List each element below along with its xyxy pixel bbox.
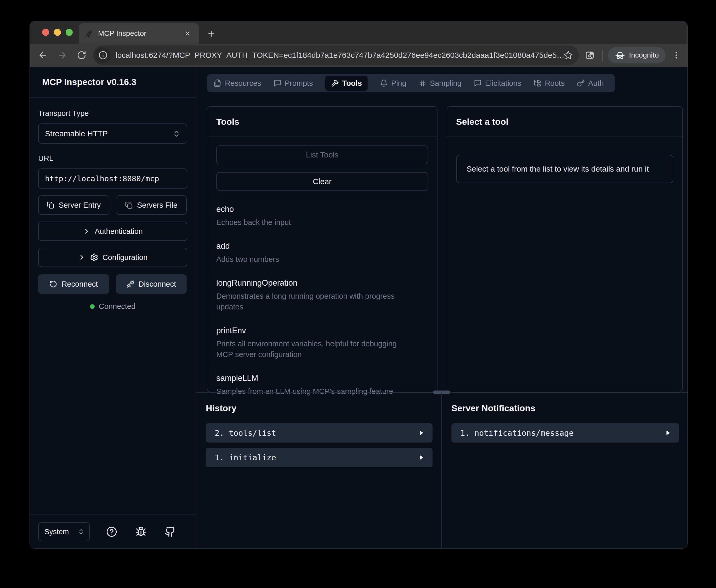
tool-details-title: Select a tool — [447, 107, 682, 137]
disconnect-label: Disconnect — [138, 280, 176, 289]
sidebar: MCP Inspector v0.16.3 Transport Type Str… — [30, 67, 196, 549]
tab-strip: MCP Inspector — [30, 21, 688, 44]
bottom-panes: History 2. tools/list 1. initialize — [196, 393, 688, 549]
tool-name: printEnv — [216, 326, 428, 335]
url-label: URL — [38, 154, 187, 163]
tool-details-empty-message: Select a tool from the list to view its … — [456, 155, 673, 183]
status-dot — [90, 304, 95, 309]
forward-icon[interactable] — [55, 48, 69, 63]
bug-icon[interactable] — [134, 524, 148, 539]
transport-type-select[interactable]: Streamable HTTP — [38, 123, 187, 144]
tab-label: Resources — [225, 79, 261, 88]
tab-label: Tools — [342, 79, 362, 88]
expand-play-icon — [418, 454, 425, 461]
tab-title: MCP Inspector — [98, 29, 182, 38]
history-title: History — [196, 393, 441, 413]
notification-item-message[interactable]: 1. notifications/message — [451, 423, 679, 443]
maximize-window-button[interactable] — [66, 29, 73, 36]
expand-play-icon — [418, 429, 425, 436]
tab-tools[interactable]: Tools — [325, 76, 368, 91]
incognito-label: Incognito — [629, 51, 659, 59]
browser-menu-icon[interactable] — [670, 51, 683, 60]
tab-ping[interactable]: Ping — [380, 79, 406, 88]
tool-list-item-add[interactable]: add Adds two numbers — [216, 241, 428, 265]
server-url-input[interactable]: http://localhost:8080/mcp — [38, 168, 187, 189]
tool-description: Echoes back the input — [216, 217, 415, 228]
help-icon[interactable] — [104, 524, 119, 539]
restart-icon — [49, 280, 57, 288]
tab-label: Ping — [391, 79, 406, 88]
bookmark-star-icon[interactable] — [564, 50, 573, 60]
app-title: MCP Inspector v0.16.3 — [30, 67, 196, 98]
toolbar-separator — [602, 50, 603, 61]
tool-list-item-printenv[interactable]: printEnv Prints all environment variable… — [216, 326, 428, 360]
copy-icon — [125, 201, 133, 209]
servers-file-label: Servers File — [137, 201, 178, 210]
configuration-label: Configuration — [103, 253, 148, 262]
notification-item-text: 1. notifications/message — [460, 428, 665, 438]
back-icon[interactable] — [36, 48, 50, 63]
history-item-text: 2. tools/list — [215, 428, 418, 438]
theme-value: System — [44, 528, 69, 536]
copy-icon — [46, 201, 55, 209]
chevrons-up-down-icon — [173, 130, 180, 138]
tab-label: Elicitations — [485, 79, 521, 88]
key-icon — [577, 79, 585, 87]
tool-description: Prints all environment variables, helpfu… — [216, 338, 415, 360]
tab-close-icon[interactable] — [182, 28, 193, 39]
tab-sampling[interactable]: Sampling — [419, 79, 461, 88]
files-icon — [214, 79, 221, 87]
authentication-expander[interactable]: Authentication — [38, 222, 187, 241]
history-item-tools-list[interactable]: 2. tools/list — [206, 423, 433, 443]
chevrons-up-down-icon — [78, 528, 85, 535]
mcp-logo-favicon — [85, 29, 93, 38]
reload-icon[interactable] — [74, 48, 89, 63]
disconnect-button[interactable]: Disconnect — [116, 274, 187, 294]
chevron-right-icon — [83, 227, 90, 235]
url-text: localhost:6274/?MCP_PROXY_AUTH_TOKEN=ec1… — [115, 51, 564, 60]
hash-icon — [419, 79, 427, 87]
app-content: MCP Inspector v0.16.3 Transport Type Str… — [30, 67, 688, 549]
search-tabs-icon[interactable] — [582, 48, 597, 63]
tool-name: echo — [216, 205, 428, 214]
message-square-icon — [474, 79, 482, 87]
tab-auth[interactable]: Auth — [577, 79, 604, 88]
tool-name: sampleLLM — [216, 374, 428, 383]
tab-elicitations[interactable]: Elicitations — [474, 79, 521, 88]
tab-roots[interactable]: Roots — [534, 79, 565, 88]
tool-list-item-echo[interactable]: echo Echoes back the input — [216, 205, 428, 228]
tool-name: add — [216, 241, 428, 251]
github-icon[interactable] — [163, 524, 178, 539]
site-info-icon[interactable] — [95, 47, 111, 63]
tool-list-item-longrunningoperation[interactable]: longRunningOperation Demonstrates a long… — [216, 278, 428, 312]
tool-details-panel: Select a tool Select a tool from the lis… — [447, 106, 683, 392]
clear-button[interactable]: Clear — [216, 172, 428, 191]
tab-label: Auth — [588, 79, 604, 88]
unplug-icon — [127, 280, 134, 288]
address-bar[interactable]: localhost:6274/?MCP_PROXY_AUTH_TOKEN=ec1… — [93, 45, 579, 65]
folder-tree-icon — [534, 79, 541, 87]
reconnect-button[interactable]: Reconnect — [38, 274, 109, 294]
list-tools-button[interactable]: List Tools — [216, 145, 428, 164]
history-item-initialize[interactable]: 1. initialize — [206, 448, 433, 467]
tool-name: longRunningOperation — [216, 278, 428, 288]
close-window-button[interactable] — [42, 29, 49, 36]
expand-play-icon — [665, 429, 671, 436]
history-panel: History 2. tools/list 1. initialize — [196, 393, 442, 549]
bell-icon — [380, 79, 388, 87]
browser-tab[interactable]: MCP Inspector — [79, 23, 199, 44]
server-entry-label: Server Entry — [59, 201, 101, 210]
theme-select[interactable]: System — [38, 522, 90, 541]
configuration-expander[interactable]: Configuration — [38, 248, 187, 267]
tab-resources[interactable]: Resources — [214, 79, 261, 88]
server-entry-button[interactable]: Server Entry — [38, 195, 109, 215]
chevron-right-icon — [78, 253, 86, 261]
servers-file-button[interactable]: Servers File — [116, 195, 187, 215]
sidebar-footer: System — [30, 514, 196, 549]
new-tab-icon[interactable] — [204, 27, 218, 41]
authentication-label: Authentication — [95, 227, 143, 236]
transport-type-label: Transport Type — [38, 109, 187, 118]
tab-label: Roots — [545, 79, 565, 88]
tab-prompts[interactable]: Prompts — [274, 79, 313, 88]
minimize-window-button[interactable] — [54, 29, 61, 36]
